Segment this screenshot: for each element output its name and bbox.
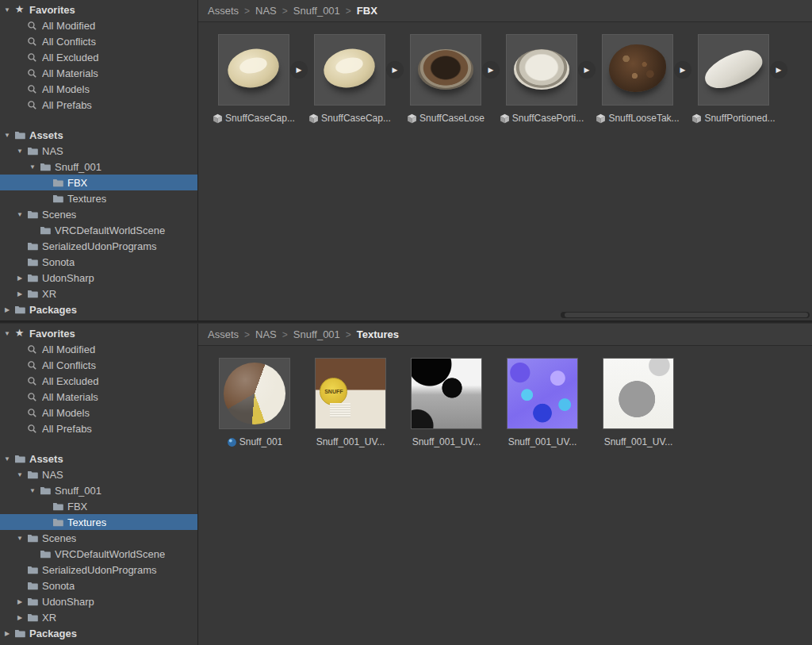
sidebar-item[interactable]: ★ All Prefabs bbox=[0, 420, 197, 436]
sidebar-item[interactable]: ★ SerializedUdonPrograms bbox=[0, 238, 197, 254]
sidebar-item[interactable]: ▼ ★ Scenes bbox=[0, 206, 197, 222]
breadcrumb-segment[interactable]: Snuff_001 bbox=[293, 5, 340, 17]
asset-thumbnail[interactable]: ▶ bbox=[698, 34, 769, 106]
expand-subassets-button[interactable]: ▶ bbox=[770, 61, 787, 79]
expand-subassets-button[interactable]: ▶ bbox=[674, 61, 691, 79]
sidebar-item[interactable]: ▼ ★ NAS bbox=[0, 143, 197, 159]
sidebar-item[interactable]: ★ Sonota bbox=[0, 254, 197, 270]
sidebar-item[interactable]: ★ Sonota bbox=[0, 578, 197, 593]
sidebar-item[interactable]: ▶ ★ Packages bbox=[0, 625, 197, 641]
sidebar-item[interactable]: ★ VRCDefaultWorldScene bbox=[0, 546, 197, 562]
asset-thumbnail[interactable]: ▶ bbox=[507, 358, 578, 429]
expand-arrow-icon[interactable]: ▶ bbox=[2, 306, 13, 313]
asset-tile[interactable]: SNUFF ▶ Snuff_001_UV... bbox=[315, 358, 386, 447]
asset-tile[interactable]: ▶ SnuffPortioned... bbox=[698, 34, 769, 124]
breadcrumb-segment[interactable]: NAS bbox=[255, 328, 277, 340]
sidebar-item[interactable]: ★ All Models bbox=[0, 81, 197, 97]
sidebar-item[interactable]: ★ All Modified bbox=[0, 17, 197, 33]
breadcrumb-segment[interactable]: NAS bbox=[255, 5, 277, 17]
sidebar-item[interactable]: ★ All Prefabs bbox=[0, 97, 197, 113]
scrollbar-thumb[interactable] bbox=[565, 313, 808, 317]
play-arrow-icon: ▶ bbox=[584, 66, 590, 74]
expand-arrow-icon[interactable]: ▶ bbox=[2, 630, 13, 637]
asset-tile[interactable]: ▶ SnuffCaseCap... bbox=[314, 34, 385, 124]
asset-tile[interactable]: ▶ Snuff_001_UV... bbox=[507, 358, 578, 447]
expand-arrow-icon[interactable]: ▶ bbox=[14, 290, 25, 298]
assets-tree: ▼ ★ Assets ▼ ★ NAS bbox=[0, 451, 197, 641]
expand-arrow-icon[interactable]: ▼ bbox=[14, 471, 25, 478]
sidebar-item[interactable]: ★ All Excluded bbox=[0, 49, 197, 65]
sidebar-item[interactable]: ★ All Models bbox=[0, 405, 197, 420]
asset-tile[interactable]: ▶ Snuff_001_UV... bbox=[411, 358, 482, 447]
sidebar-item[interactable]: ▼ ★ Assets bbox=[0, 127, 197, 143]
sidebar-item[interactable]: ★ All Materials bbox=[0, 65, 197, 81]
expand-arrow-icon[interactable]: ▼ bbox=[27, 487, 38, 494]
sidebar-item[interactable]: ★ All Excluded bbox=[0, 373, 197, 389]
sidebar-item[interactable]: ★ Textures bbox=[0, 190, 197, 206]
sidebar-item-label: All Models bbox=[42, 407, 90, 419]
sidebar-section-gap bbox=[0, 113, 197, 127]
sidebar-item[interactable]: ▶ ★ UdonSharp bbox=[0, 593, 197, 609]
asset-thumbnail[interactable]: ▶ bbox=[218, 34, 289, 106]
sidebar-item[interactable]: ▼ ★ Favorites bbox=[0, 2, 197, 17]
sidebar-item[interactable]: ▶ ★ XR bbox=[0, 609, 197, 625]
sidebar-item[interactable]: ★ FBX bbox=[0, 498, 197, 514]
expand-arrow-icon[interactable]: ▼ bbox=[14, 535, 25, 542]
asset-tile[interactable]: ▶ Snuff_001 bbox=[219, 358, 290, 447]
sidebar-item[interactable]: ★ All Modified bbox=[0, 341, 197, 357]
expand-subassets-button[interactable]: ▶ bbox=[578, 61, 596, 79]
sidebar-item[interactable]: ★ FBX bbox=[0, 175, 197, 190]
sidebar-item[interactable]: ▶ ★ Packages bbox=[0, 301, 197, 317]
expand-arrow-icon[interactable]: ▶ bbox=[14, 598, 25, 605]
breadcrumb-segment[interactable]: Snuff_001 bbox=[293, 328, 340, 340]
sidebar-item[interactable]: ▼ ★ Favorites bbox=[0, 325, 197, 341]
asset-thumbnail[interactable]: ▶ bbox=[219, 358, 290, 429]
expand-subassets-button[interactable]: ▶ bbox=[290, 61, 308, 79]
sidebar-item-label: VRCDefaultWorldScene bbox=[55, 225, 165, 236]
asset-thumbnail[interactable]: ▶ bbox=[411, 358, 482, 429]
expand-arrow-icon[interactable]: ▼ bbox=[2, 455, 13, 463]
sidebar-item[interactable]: ▶ ★ XR bbox=[0, 286, 197, 301]
breadcrumb-segment[interactable]: Assets bbox=[208, 5, 239, 17]
asset-thumbnail[interactable]: ▶ bbox=[410, 34, 481, 106]
asset-thumbnail[interactable]: ▶ bbox=[314, 34, 385, 106]
sidebar-item[interactable]: ▼ ★ NAS bbox=[0, 466, 197, 482]
asset-tile[interactable]: ▶ SnuffCaseLose bbox=[410, 34, 481, 124]
horizontal-scrollbar[interactable] bbox=[561, 312, 810, 318]
expand-arrow-icon[interactable]: ▼ bbox=[2, 132, 13, 139]
sidebar-item[interactable]: ▼ ★ Snuff_001 bbox=[0, 482, 197, 498]
asset-thumbnail[interactable]: ▶ bbox=[506, 34, 577, 106]
asset-thumbnail[interactable]: ▶ bbox=[603, 358, 674, 429]
breadcrumb-item: FBX > bbox=[357, 5, 377, 17]
asset-thumbnail[interactable]: SNUFF ▶ bbox=[315, 358, 386, 429]
asset-tile[interactable]: ▶ SnuffCaseCap... bbox=[218, 34, 289, 124]
expand-subassets-button[interactable]: ▶ bbox=[482, 61, 500, 79]
folder-icon bbox=[52, 194, 63, 203]
sidebar-item[interactable]: ▼ ★ Snuff_001 bbox=[0, 159, 197, 175]
sidebar-item[interactable]: ▶ ★ UdonSharp bbox=[0, 270, 197, 286]
model-cube-icon bbox=[596, 113, 606, 124]
asset-tile[interactable]: ▶ Snuff_001_UV... bbox=[603, 358, 674, 447]
expand-arrow-icon[interactable]: ▼ bbox=[14, 211, 25, 218]
sidebar-item[interactable]: ★ All Conflicts bbox=[0, 33, 197, 49]
sidebar-item[interactable]: ▼ ★ Scenes bbox=[0, 530, 197, 546]
expand-subassets-button[interactable]: ▶ bbox=[386, 61, 404, 79]
expand-arrow-icon[interactable]: ▼ bbox=[14, 148, 25, 155]
sidebar-item[interactable]: ★ All Conflicts bbox=[0, 357, 197, 373]
asset-tile[interactable]: ▶ SnuffCasePorti... bbox=[506, 34, 577, 124]
expand-arrow-icon[interactable]: ▼ bbox=[27, 163, 38, 171]
expand-arrow-icon[interactable]: ▼ bbox=[2, 330, 13, 337]
asset-tile[interactable]: ▶ SnuffLooseTak... bbox=[602, 34, 673, 124]
expand-arrow-icon[interactable]: ▼ bbox=[2, 6, 13, 13]
sidebar-item[interactable]: ★ Textures bbox=[0, 514, 197, 530]
sidebar-item[interactable]: ▼ ★ Assets bbox=[0, 451, 197, 466]
sidebar-item[interactable]: ★ SerializedUdonPrograms bbox=[0, 562, 197, 578]
sidebar-item[interactable]: ★ VRCDefaultWorldScene bbox=[0, 222, 197, 238]
expand-arrow-icon[interactable]: ▶ bbox=[14, 275, 25, 282]
expand-arrow-icon[interactable]: ▶ bbox=[14, 614, 25, 621]
asset-thumbnail[interactable]: ▶ bbox=[602, 34, 673, 106]
breadcrumb-segment[interactable]: Textures bbox=[357, 328, 399, 340]
sidebar-item[interactable]: ★ All Materials bbox=[0, 389, 197, 405]
breadcrumb-segment[interactable]: FBX bbox=[357, 5, 377, 17]
breadcrumb-segment[interactable]: Assets bbox=[208, 328, 239, 340]
